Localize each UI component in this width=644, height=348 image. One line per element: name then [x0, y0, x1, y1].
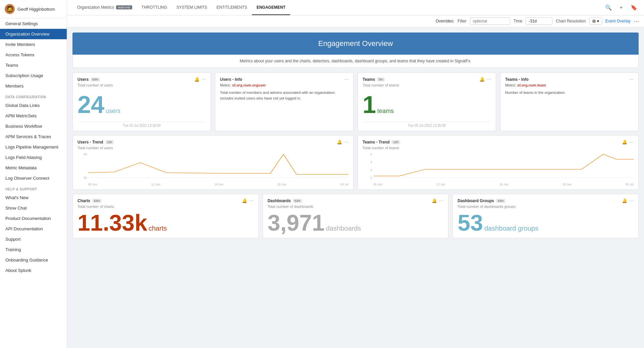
sidebar-item-training[interactable]: Training: [0, 244, 67, 255]
charts-unit: charts: [149, 225, 167, 232]
card-teams-trend: Teams - Trend 12h 🔔 ⋯ Total number of te…: [358, 135, 639, 190]
dashboard-groups-badge: 63m: [496, 199, 505, 203]
sidebar-item-teams[interactable]: Teams: [0, 60, 67, 70]
filter-input[interactable]: [470, 17, 510, 25]
teams-trend-chart: 4 3 2 1 05 Jun 12 Jun 19 Jun: [363, 153, 634, 186]
search-button[interactable]: 🔍: [604, 3, 613, 12]
users-trend-x-labels: 05 Jun 12 Jun 19 Jun 26 Jun 03 Jul: [88, 183, 348, 186]
sidebar-item-support[interactable]: Support: [0, 234, 67, 244]
card-dashboards: Dashboards 63m 🔔 ⋯ Total number of dashb…: [263, 194, 449, 238]
sidebar-item-metric-metadata[interactable]: Metric Metadata: [0, 163, 67, 173]
topbar: Organization Metrics read-only THROTTLIN…: [67, 0, 644, 15]
sidebar-item-product-documentation[interactable]: Product Documentation: [0, 213, 67, 224]
chart-res-label: Chart Resolution: [556, 19, 586, 23]
sidebar-item-about-splunk[interactable]: About Splunk: [0, 265, 67, 276]
card-users-info-more-icon[interactable]: ⋯: [344, 77, 348, 82]
dashboards-bell-icon[interactable]: 🔔: [432, 198, 437, 203]
sidebar-item-log-observer-connect[interactable]: Log Observer Connect: [0, 173, 67, 183]
chart-resolution-button[interactable]: ⊞ ▾: [589, 17, 602, 25]
dashboard-groups-bell-icon[interactable]: 🔔: [622, 198, 627, 203]
sidebar: 🧔 Geoff Higginbottom General Settings Or…: [0, 0, 67, 348]
card-teams-info: Teams - Info ⋯ Metric: sf.org.num.team N…: [500, 72, 639, 131]
charts-subtitle: Total number of charts: [77, 205, 254, 209]
sidebar-item-show-chat[interactable]: Show Chat: [0, 203, 67, 213]
sidebar-item-organization-overview[interactable]: Organization Overview: [0, 29, 67, 39]
tab-organization-metrics[interactable]: Organization Metrics read-only: [72, 0, 137, 15]
teams-info-description: Number of teams in the organization.: [505, 90, 634, 96]
sidebar-item-whats-new[interactable]: What's New: [0, 192, 67, 203]
users-trend-y-labels: 40 30: [77, 153, 87, 179]
dashboard-groups-subtitle: Total number of dashboards groups: [458, 205, 634, 209]
tab-engagement[interactable]: ENGAGEMENT: [252, 0, 290, 15]
add-button[interactable]: ＋: [617, 3, 625, 12]
sidebar-item-logs-field-aliasing[interactable]: Logs Field Aliasing: [0, 152, 67, 163]
card-teams-subtitle: Total number of teams: [363, 83, 491, 87]
event-overlay-button[interactable]: Event Overlay: [605, 19, 631, 23]
dashboards-more-icon[interactable]: ⋯: [439, 198, 443, 203]
dashboard-groups-more-icon[interactable]: ⋯: [629, 198, 634, 203]
bell-icon[interactable]: 🔔: [194, 77, 200, 82]
chart-res-icon: ⊞: [592, 19, 596, 23]
dashboards-badge: 63m: [293, 199, 302, 203]
topbar-tabs: Organization Metrics read-only THROTTLIN…: [72, 0, 290, 15]
teams-info-more-icon[interactable]: ⋯: [629, 77, 634, 82]
dashboard-groups-title: Dashboard Groups: [458, 198, 494, 203]
users-trend-more-icon[interactable]: ⋯: [344, 139, 348, 144]
tab-throttling[interactable]: THROTTLING: [137, 0, 172, 15]
main-content: Organization Metrics read-only THROTTLIN…: [67, 0, 644, 348]
charts-title: Charts: [77, 198, 90, 203]
teams-info-metric-value: sf.org.num.team: [517, 83, 546, 87]
card-teams: Teams 5m 🔔 ⋯ Total number of teams 1 tea…: [358, 72, 496, 131]
card-users-unit: users: [106, 108, 120, 115]
section-label-data-config: DATA CONFIGURATION: [0, 91, 67, 100]
tab-system-limits[interactable]: SYSTEM LIMITS: [172, 0, 212, 15]
sidebar-item-api-documentation[interactable]: API Documentation: [0, 224, 67, 234]
sidebar-item-logs-pipeline[interactable]: Logs Pipeline Management: [0, 142, 67, 152]
sidebar-item-onboarding-guidance[interactable]: Onboarding Guidance: [0, 255, 67, 265]
dashboards-subtitle: Total number of dashboards: [268, 205, 444, 209]
card-teams-badge: 5m: [377, 77, 385, 81]
teams-trend-more-icon[interactable]: ⋯: [629, 139, 634, 144]
sidebar-item-subscription-usage[interactable]: Subscription Usage: [0, 70, 67, 81]
charts-value: 11.33k: [77, 211, 147, 234]
time-label: Time: [514, 19, 522, 23]
sidebar-item-general-settings[interactable]: General Settings: [0, 18, 67, 29]
card-users-header: Users 63m 🔔 ⋯: [77, 77, 206, 82]
sidebar-item-business-workflow[interactable]: Business Workflow: [0, 121, 67, 131]
card-dashboard-groups: Dashboard Groups 63m 🔔 ⋯ Total number of…: [452, 194, 639, 238]
overrides-label: Overrides:: [436, 19, 454, 23]
users-trend-bell-icon[interactable]: 🔔: [337, 139, 342, 144]
card-more-icon[interactable]: ⋯: [202, 77, 206, 82]
sidebar-item-apm-metricsets[interactable]: APM MetricSets: [0, 111, 67, 121]
charts-bell-icon[interactable]: 🔔: [242, 198, 247, 203]
teams-bell-icon[interactable]: 🔔: [479, 77, 485, 82]
teams-trend-bell-icon[interactable]: 🔔: [622, 139, 627, 144]
card-teams-title: Teams: [363, 77, 375, 82]
filter-label: Filter: [458, 19, 467, 23]
card-users-info-header: Users - Info ⋯: [220, 77, 348, 82]
time-input[interactable]: [526, 17, 552, 25]
card-users: Users 63m 🔔 ⋯ Total number of users 24 u…: [72, 72, 211, 131]
dashboards-value: 3,971: [268, 211, 325, 234]
sidebar-item-global-data-links[interactable]: Global Data Links: [0, 100, 67, 111]
teams-trend-y-labels: 4 3 2 1: [363, 153, 372, 179]
sidebar-item-members[interactable]: Members: [0, 81, 67, 91]
sidebar-item-access-tokens[interactable]: Access Tokens: [0, 50, 67, 60]
card-users-title: Users: [77, 77, 89, 82]
charts-more-icon[interactable]: ⋯: [249, 198, 254, 203]
card-teams-value: 1: [363, 93, 376, 117]
content-area: Engagement Overview Metrics about your u…: [67, 27, 644, 348]
more-options-button[interactable]: ⋯: [634, 18, 639, 24]
card-users-info-title: Users - Info: [220, 77, 242, 82]
users-info-description: Total number of members and admins assoc…: [220, 90, 348, 101]
dashboards-unit: dashboards: [326, 225, 361, 232]
card-users-trend: Users - Trend 12h 🔔 ⋯ Total number of us…: [72, 135, 354, 190]
tab-entitlements[interactable]: ENTITLEMENTS: [212, 0, 252, 15]
dashboard-groups-value: 53: [458, 211, 483, 234]
users-trend-chart: 40 30 05 Jun 12 Jun 19 Jun 26 Jun: [77, 153, 348, 186]
sidebar-item-apm-services-traces[interactable]: APM Services & Traces: [0, 131, 67, 142]
teams-more-icon[interactable]: ⋯: [487, 77, 491, 82]
bookmark-button[interactable]: 🔖: [629, 3, 639, 12]
sidebar-item-invite-members[interactable]: Invite Members: [0, 39, 67, 50]
users-info-metric-label: Metric: sf.org.num.orguser: [220, 83, 348, 87]
